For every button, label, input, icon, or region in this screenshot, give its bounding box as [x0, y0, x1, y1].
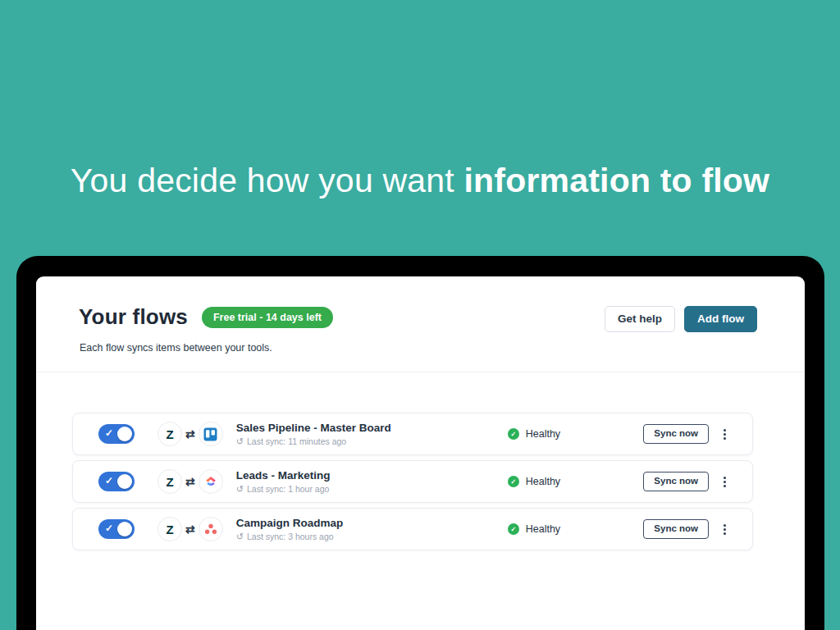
flow-row-sales-pipeline[interactable]: ✓ Z ⇄ Sales Pipeline - Master [72, 413, 753, 455]
history-icon: ↺ [236, 532, 244, 541]
trello-icon [199, 422, 223, 446]
sync-arrows-icon: ⇄ [185, 428, 195, 440]
last-sync-text: Last sync: 1 hour ago [247, 484, 329, 494]
connector-icons: Z ⇄ [158, 469, 223, 494]
flow-name: Sales Pipeline - Master Board [236, 422, 508, 434]
last-sync-text: Last sync: 11 minutes ago [247, 436, 346, 446]
sync-arrows-icon: ⇄ [185, 476, 195, 487]
flow-name: Campaign Roadmap [236, 517, 508, 529]
clickup-icon [199, 469, 223, 494]
flow-status: ✓ Healthy [508, 476, 560, 487]
flow-info: Campaign Roadmap ↺ Last sync: 3 hours ag… [236, 517, 508, 541]
status-label: Healthy [526, 428, 560, 440]
zendesk-icon: Z [158, 422, 182, 446]
flow-toggle[interactable]: ✓ [98, 519, 135, 539]
last-sync-text: Last sync: 3 hours ago [247, 532, 334, 541]
flow-list: ✓ Z ⇄ Sales Pipeline - Master [72, 413, 753, 550]
toggle-check-icon: ✓ [105, 523, 113, 534]
history-icon: ↺ [236, 485, 244, 494]
app-screen: Your flows Free trial - 14 days left Eac… [36, 276, 805, 630]
flow-row-campaign-roadmap[interactable]: ✓ Z ⇄ Campaign Roadmap [72, 508, 753, 550]
flow-last-sync: ↺ Last sync: 3 hours ago [236, 532, 508, 541]
healthy-check-icon: ✓ [508, 428, 519, 440]
sync-arrows-icon: ⇄ [185, 523, 195, 535]
asana-icon [199, 517, 223, 541]
flow-name: Leads - Marketing [236, 469, 508, 482]
page-title: Your flows [79, 304, 188, 330]
connector-icons: Z ⇄ [158, 517, 223, 541]
flow-toggle[interactable]: ✓ [98, 472, 135, 491]
zendesk-icon: Z [158, 469, 182, 494]
sync-now-button[interactable]: Sync now [643, 519, 709, 539]
toggle-knob [117, 474, 132, 489]
flow-last-sync: ↺ Last sync: 1 hour ago [236, 484, 508, 494]
toggle-check-icon: ✓ [105, 427, 113, 439]
zendesk-icon: Z [158, 517, 182, 541]
healthy-check-icon: ✓ [508, 523, 519, 535]
status-label: Healthy [526, 476, 560, 487]
toggle-check-icon: ✓ [105, 475, 113, 486]
trial-badge: Free trial - 14 days left [202, 307, 333, 328]
add-flow-button[interactable]: Add flow [684, 306, 757, 332]
hero-headline-bold: information to flow [463, 162, 769, 199]
get-help-button[interactable]: Get help [605, 306, 675, 332]
history-icon: ↺ [236, 437, 244, 446]
flow-toggle[interactable]: ✓ [98, 424, 135, 444]
flow-row-leads-marketing[interactable]: ✓ Z ⇄ [72, 460, 753, 503]
header-actions: Get help Add flow [605, 306, 757, 332]
flow-info: Leads - Marketing ↺ Last sync: 1 hour ag… [236, 469, 508, 494]
app-header: Your flows Free trial - 14 days left [79, 304, 333, 330]
row-menu-kebab-icon[interactable] [722, 475, 728, 489]
page-subtitle: Each flow syncs items between your tools… [80, 342, 272, 354]
sync-now-button[interactable]: Sync now [643, 424, 709, 444]
hero-headline-light: You decide how you want [71, 162, 464, 199]
laptop-frame: Your flows Free trial - 14 days left Eac… [16, 256, 824, 630]
toggle-knob [117, 427, 132, 441]
sync-now-button[interactable]: Sync now [643, 472, 709, 491]
status-label: Healthy [526, 523, 560, 535]
header-divider [36, 372, 805, 372]
flow-status: ✓ Healthy [508, 428, 560, 440]
healthy-check-icon: ✓ [508, 476, 519, 487]
flow-last-sync: ↺ Last sync: 11 minutes ago [236, 436, 508, 446]
toggle-knob [117, 522, 132, 536]
flow-status: ✓ Healthy [508, 523, 560, 535]
row-menu-kebab-icon[interactable] [722, 523, 728, 536]
hero-headline: You decide how you want information to f… [0, 162, 840, 200]
flow-info: Sales Pipeline - Master Board ↺ Last syn… [236, 422, 508, 446]
row-menu-kebab-icon[interactable] [722, 427, 728, 441]
connector-icons: Z ⇄ [158, 422, 223, 446]
